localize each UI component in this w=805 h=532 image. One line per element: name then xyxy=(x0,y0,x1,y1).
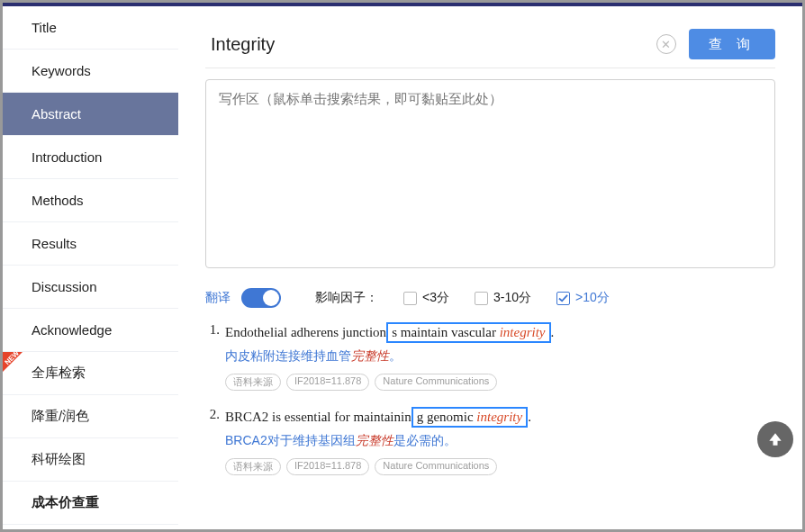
tag-journal[interactable]: Nature Communications xyxy=(375,458,497,475)
result-item[interactable]: 2. BRCA2 is essential for maintaining ge… xyxy=(205,407,775,475)
filter-option-label: <3分 xyxy=(422,290,449,306)
scroll-top-button[interactable] xyxy=(757,421,793,457)
filter-row: 翻译 影响因子： <3分 3-10分 >10分 xyxy=(205,288,775,308)
checkbox-icon xyxy=(403,292,417,305)
layout: Title Keywords Abstract Introduction Met… xyxy=(3,6,802,529)
result-sentence: BRCA2 is essential for maintaining genom… xyxy=(225,407,775,428)
highlight-box: s maintain vascular integrity xyxy=(386,322,550,343)
filter-option-label: >10分 xyxy=(575,290,610,306)
sidebar-item-label: Methods xyxy=(32,193,84,208)
sidebar: Title Keywords Abstract Introduction Met… xyxy=(3,6,178,529)
write-area[interactable] xyxy=(205,79,775,268)
result-translation: 内皮粘附连接维持血管完整性。 xyxy=(225,348,775,365)
result-item[interactable]: 1. Endothelial adherens junctions mainta… xyxy=(205,322,775,391)
sidebar-item-label: Title xyxy=(32,20,57,35)
result-number: 2. xyxy=(205,407,225,475)
tag-source[interactable]: 语料来源 xyxy=(225,374,281,391)
sidebar-item-label: 成本价查重 xyxy=(32,494,99,511)
sidebar-item-acknowledge[interactable]: Acknowledge xyxy=(3,309,178,352)
sidebar-item-label: Results xyxy=(32,236,77,251)
new-ribbon-icon xyxy=(3,352,23,372)
highlight-box: g genomic integrity xyxy=(412,407,528,428)
query-button[interactable]: 查 询 xyxy=(689,29,775,59)
sidebar-item-figures[interactable]: 科研绘图 xyxy=(3,438,178,482)
sidebar-item-introduction[interactable]: Introduction xyxy=(3,136,178,179)
tag-journal[interactable]: Nature Communications xyxy=(375,374,497,391)
app-frame: Title Keywords Abstract Introduction Met… xyxy=(0,0,805,532)
result-body: BRCA2 is essential for maintaining genom… xyxy=(225,407,775,475)
sidebar-item-label: Abstract xyxy=(32,106,81,122)
tag-if[interactable]: IF2018=11.878 xyxy=(286,458,369,475)
search-row: ✕ 查 询 xyxy=(205,24,775,64)
results-list: 1. Endothelial adherens junctions mainta… xyxy=(205,322,775,475)
divider xyxy=(205,68,775,68)
sidebar-item-label: Acknowledge xyxy=(32,322,112,338)
clear-icon[interactable]: ✕ xyxy=(656,34,676,54)
sidebar-item-title[interactable]: Title xyxy=(3,6,178,50)
result-body: Endothelial adherens junctions maintain … xyxy=(225,322,775,391)
result-translation: BRCA2对于维持基因组完整性是必需的。 xyxy=(225,433,775,449)
sidebar-item-label: Keywords xyxy=(32,63,91,78)
result-sentence: Endothelial adherens junctions maintain … xyxy=(225,322,775,343)
sidebar-item-label: 科研绘图 xyxy=(32,451,86,468)
filter-3to10[interactable]: 3-10分 xyxy=(475,290,531,306)
checkbox-icon xyxy=(556,292,570,305)
sidebar-item-fulldb[interactable]: 全库检索 xyxy=(3,352,178,395)
result-tags: 语料来源 IF2018=11.878 Nature Communications xyxy=(225,458,775,475)
translate-toggle[interactable] xyxy=(241,288,281,308)
impact-factor-label: 影响因子： xyxy=(315,290,378,306)
tag-if[interactable]: IF2018=11.878 xyxy=(286,374,369,391)
filter-lt3[interactable]: <3分 xyxy=(403,290,449,306)
sidebar-item-label: 全库检索 xyxy=(32,365,86,382)
filter-gt10[interactable]: >10分 xyxy=(556,290,610,306)
arrow-up-icon xyxy=(766,430,784,448)
result-tags: 语料来源 IF2018=11.878 Nature Communications xyxy=(225,374,775,391)
result-number: 1. xyxy=(205,322,225,391)
filter-option-label: 3-10分 xyxy=(493,290,531,306)
sidebar-item-methods[interactable]: Methods xyxy=(3,179,178,222)
translate-label: 翻译 xyxy=(205,290,231,306)
search-input[interactable] xyxy=(205,24,644,64)
tag-source[interactable]: 语料来源 xyxy=(225,458,281,475)
sidebar-item-label: 降重/润色 xyxy=(32,408,89,425)
sidebar-item-rewrite[interactable]: 降重/润色 xyxy=(3,395,178,438)
checkbox-icon xyxy=(475,292,488,305)
sidebar-item-label: Discussion xyxy=(32,279,97,294)
sidebar-item-label: Introduction xyxy=(32,149,102,165)
sidebar-item-keywords[interactable]: Keywords xyxy=(3,50,178,93)
sidebar-item-plagcheck[interactable]: 成本价查重 xyxy=(3,482,178,525)
main-panel: ✕ 查 询 翻译 影响因子： <3分 3-10分 >10分 xyxy=(178,6,802,529)
sidebar-item-abstract[interactable]: Abstract xyxy=(3,93,178,136)
sidebar-item-discussion[interactable]: Discussion xyxy=(3,266,178,309)
sidebar-item-results[interactable]: Results xyxy=(3,222,178,266)
